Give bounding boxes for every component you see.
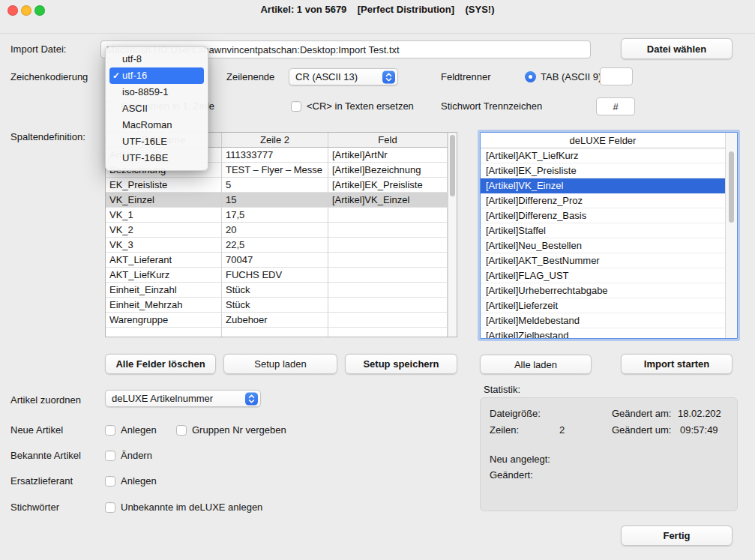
table-row[interactable]: Einheit_Einzahl Stück [106, 283, 448, 298]
line-end-value: CR (ASCII 13) [295, 71, 358, 82]
deluxe-field-item-selected[interactable]: [Artikel]VK_Einzel [481, 178, 725, 193]
menu-item-utf-16be[interactable]: UTF-16BE [106, 150, 208, 166]
cell-feld[interactable] [328, 268, 448, 283]
scrollbar-thumb[interactable] [450, 135, 455, 196]
window: { "window": { "title": "Artikel: 1 von 5… [0, 0, 755, 560]
menu-item-utf-16[interactable]: ✓ utf-16 [109, 67, 204, 84]
load-all-button[interactable]: Alle laden [480, 355, 592, 374]
cell-feldname[interactable]: Warengruppe [106, 313, 222, 328]
table-row-selected[interactable]: VK_Einzel 15 [Artikel]VK_Einzel [106, 193, 448, 208]
changed-on-value: 18.02.202 [678, 408, 721, 420]
cell-zeile2[interactable]: 111333777 [222, 148, 328, 163]
scrollbar-thumb[interactable] [729, 151, 734, 223]
header-feld: Feld [328, 133, 448, 147]
tab-radio[interactable] [525, 71, 536, 82]
cell-zeile2[interactable]: TEST – Flyer – Messe [222, 163, 328, 178]
cell-zeile2[interactable]: 20 [222, 223, 328, 238]
cell-zeile2[interactable] [222, 328, 328, 337]
load-setup-button[interactable]: Setup laden [223, 354, 337, 374]
cell-feld[interactable] [328, 298, 448, 313]
group-nr-label: Gruppen Nr vergeben [192, 424, 286, 436]
cr-replace-checkbox-label: <CR> in Texten ersetzen [307, 100, 414, 112]
keyword-separator-input[interactable] [596, 97, 635, 115]
deluxe-field-item[interactable]: [Artikel]Neu_Bestellen [481, 238, 725, 253]
menu-item-utf-16le[interactable]: UTF-16LE [106, 133, 208, 150]
group-nr-checkbox[interactable] [176, 425, 187, 436]
cell-feldname[interactable]: AKT_Lieferant [106, 253, 222, 268]
field-separator-input[interactable] [600, 67, 633, 85]
deluxe-field-item[interactable]: [Artikel]Zielbestand [481, 328, 725, 338]
table-row[interactable]: VK_2 20 [106, 223, 448, 238]
cell-feld[interactable] [328, 223, 448, 238]
keywords-create-label: Unbekannte im deLUXE anlegen [121, 502, 262, 514]
deluxe-field-item[interactable]: [Artikel]Differenz_Proz [481, 193, 725, 208]
table-vertical-scrollbar[interactable] [448, 133, 457, 337]
menu-item-macroman[interactable]: MacRoman [106, 117, 208, 133]
table-row[interactable]: AKT_LiefKurz FUCHS EDV [106, 268, 448, 283]
cell-zeile2[interactable]: 5 [222, 178, 328, 193]
cell-feldname[interactable]: EK_Preisliste [106, 178, 222, 193]
cell-feld[interactable] [328, 238, 448, 253]
cell-feldname[interactable]: AKT_LiefKurz [106, 268, 222, 283]
cell-feld[interactable] [328, 208, 448, 223]
cell-zeile2[interactable]: Stück [222, 298, 328, 313]
cell-feld[interactable] [328, 313, 448, 328]
cell-zeile2[interactable]: Zubehoer [222, 313, 328, 328]
deluxe-field-item[interactable]: [Artikel]Lieferzeit [481, 298, 725, 313]
table-row[interactable]: Warengruppe Zubehoer [106, 313, 448, 328]
clear-all-fields-button[interactable]: Alle Felder löschen [105, 354, 216, 374]
deluxe-field-item[interactable]: [Artikel]Differenz_Basis [481, 208, 725, 223]
deluxe-field-item[interactable]: [Artikel]AKT_BestNummer [481, 253, 725, 268]
import-file-label: Import Datei: [10, 43, 66, 55]
table-row[interactable]: VK_3 22,5 [106, 238, 448, 253]
menu-item-ascii[interactable]: ASCII [106, 100, 208, 117]
cell-zeile2[interactable]: 15 [222, 193, 328, 208]
cell-feldname[interactable]: VK_2 [106, 223, 222, 238]
deluxe-field-item[interactable]: [Artikel]EK_Preisliste [481, 163, 725, 178]
menu-item-iso-8859-1[interactable]: iso-8859-1 [106, 84, 208, 100]
cell-feldname[interactable]: Einheit_Einzahl [106, 283, 222, 298]
file-size-label: Dateigröße: [490, 408, 541, 420]
deluxe-field-item[interactable]: [Artikel]Meldebestand [481, 313, 725, 328]
cell-feld[interactable] [328, 283, 448, 298]
cell-zeile2[interactable]: Stück [222, 283, 328, 298]
start-import-button[interactable]: Import starten [621, 354, 733, 374]
substitute-supplier-create-checkbox[interactable] [105, 476, 115, 487]
cell-feld[interactable]: [Artikel]EK_Preisliste [328, 178, 448, 193]
deluxe-field-item[interactable]: [Artikel]Staffel [481, 223, 725, 238]
deluxe-field-item[interactable]: [Artikel]AKT_LiefKurz [481, 148, 725, 163]
menu-item-utf-8[interactable]: utf-8 [106, 51, 208, 67]
cell-feld[interactable] [328, 328, 448, 337]
line-end-popup[interactable]: CR (ASCII 13) [289, 68, 398, 85]
cell-zeile2[interactable]: 17,5 [222, 208, 328, 223]
cell-feld[interactable]: [Artikel]ArtNr [328, 148, 448, 163]
choose-file-button[interactable]: Datei wählen [621, 38, 733, 59]
cell-feldname[interactable]: Einheit_Mehrzah [106, 298, 222, 313]
cell-zeile2[interactable]: 70047 [222, 253, 328, 268]
table-row[interactable]: Einheit_Mehrzah Stück [106, 298, 448, 313]
table-row[interactable]: AKT_Lieferant 70047 [106, 253, 448, 268]
assign-article-popup[interactable]: deLUXE Artikelnummer [105, 390, 261, 407]
cell-zeile2[interactable]: 22,5 [222, 238, 328, 253]
save-setup-button[interactable]: Setup speichern [345, 354, 457, 374]
keywords-create-checkbox[interactable] [105, 502, 115, 513]
new-articles-create-checkbox[interactable] [105, 425, 115, 436]
table-row[interactable]: VK_1 17,5 [106, 208, 448, 223]
deluxe-field-item[interactable]: [Artikel]Urheberrechtabgabe [481, 283, 725, 298]
deluxe-vertical-scrollbar[interactable] [725, 133, 737, 338]
cell-zeile2[interactable]: FUCHS EDV [222, 268, 328, 283]
cell-feld[interactable] [328, 253, 448, 268]
done-button[interactable]: Fertig [621, 526, 733, 546]
table-row[interactable]: EK_Preisliste 5 [Artikel]EK_Preisliste [106, 178, 448, 193]
cell-feldname[interactable] [106, 328, 222, 337]
cell-feldname[interactable]: VK_3 [106, 238, 222, 253]
cr-replace-checkbox[interactable] [291, 101, 301, 112]
table-row[interactable] [106, 328, 448, 337]
cell-feldname[interactable]: VK_1 [106, 208, 222, 223]
known-articles-change-checkbox[interactable] [105, 451, 115, 461]
cell-feld[interactable]: [Artikel]Bezeichnung [328, 163, 448, 178]
deluxe-field-item[interactable]: [Artikel]FLAG_UST [481, 268, 725, 283]
cell-feldname[interactable]: VK_Einzel [106, 193, 222, 208]
chevron-up-down-icon [245, 392, 258, 405]
cell-feld[interactable]: [Artikel]VK_Einzel [328, 193, 448, 208]
